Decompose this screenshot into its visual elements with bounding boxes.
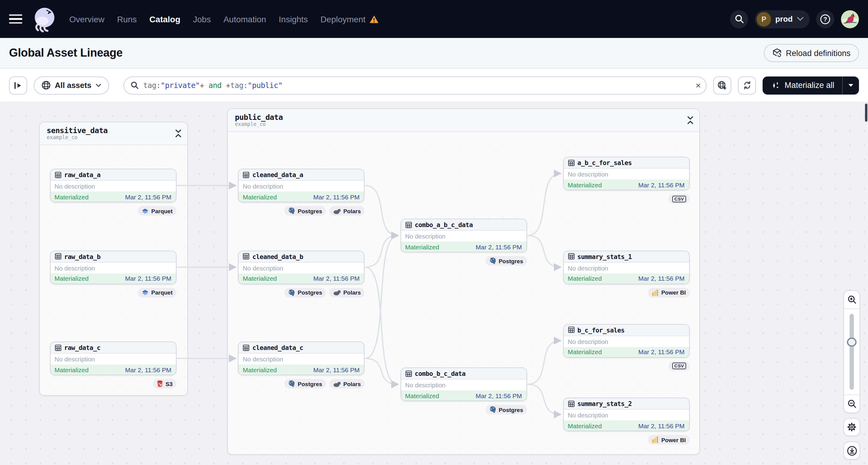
group-header[interactable]: sensitive_data example_co [39,122,187,145]
asset-node-header: combo_b_c_data [401,368,526,379]
asset-kind-badges: CSV [563,194,689,204]
asset-search-input[interactable]: tag:"private"+ and +tag:"public" × [123,76,707,94]
reload-definitions-label: Reload definitions [786,49,850,58]
asset-status-row: Materialized Mar 2, 11:56 PM [401,242,526,252]
asset-node-combo_a_b_c_data[interactable]: combo_a_b_c_data No description Material… [400,219,527,252]
nav-item-runs[interactable]: Runs [117,14,137,24]
clear-search-button[interactable]: × [695,79,701,91]
csv-icon: CSV [673,195,686,202]
asset-description: No description [239,353,364,364]
kind-badge-parquet[interactable]: Parquet [138,288,176,297]
zoom-out-button[interactable] [844,395,860,412]
materialized-timestamp[interactable]: Mar 2, 11:56 PM [125,366,172,373]
asset-description: No description [563,262,689,273]
download-image-button[interactable] [843,441,860,460]
asset-node-header: a_b_c_for_sales [563,157,689,169]
asset-scope-dropdown[interactable]: All assets [34,76,109,94]
zoom-slider-thumb[interactable] [847,338,857,347]
materialized-timestamp[interactable]: Mar 2, 11:56 PM [125,275,172,282]
workspace-avatar: P [756,12,771,26]
materialized-timestamp[interactable]: Mar 2, 11:56 PM [313,193,360,200]
svg-text:?: ? [824,16,827,22]
nav-item-deployment[interactable]: Deployment [320,14,379,24]
group-header[interactable]: public_data example_co [228,109,699,132]
zoom-slider[interactable] [844,309,860,395]
asset-node-cleaned_data_c[interactable]: cleaned_data_c No description Materializ… [238,342,365,375]
search-button[interactable] [730,10,748,28]
user-avatar-image [841,10,859,28]
kind-badge-csv[interactable]: CSV [669,361,689,371]
zoom-slider-track[interactable] [849,314,854,390]
help-button[interactable]: ? [816,10,834,28]
refresh-button[interactable] [738,76,756,94]
materialize-options-caret[interactable] [842,76,859,94]
asset-node-raw_data_c[interactable]: raw_data_c No description Materialized M… [50,342,176,375]
kind-badge-postgres[interactable]: Postgres [285,379,326,389]
deployment-warning-icon [369,15,379,23]
asset-scope-label: All assets [55,81,91,90]
kind-badge-label: Polars [343,208,361,214]
kind-badge-s3[interactable]: S3 [153,379,176,389]
dagster-logo[interactable] [31,5,58,33]
nav-item-insights[interactable]: Insights [279,14,308,24]
asset-node-cleaned_data_a[interactable]: cleaned_data_a No description Materializ… [238,169,365,203]
materialized-timestamp[interactable]: Mar 2, 11:56 PM [475,392,522,399]
asset-selection-query: tag:"private"+ and +tag:"public" [143,81,282,90]
kind-badge-postgres[interactable]: Postgres [285,288,326,297]
dagster-octopus-icon [31,5,58,33]
kind-badge-parquet[interactable]: Parquet [138,206,176,216]
materialized-timestamp[interactable]: Mar 2, 11:56 PM [638,422,685,429]
materialize-all-button[interactable]: Materialize all [763,76,859,94]
asset-node-raw_data_b[interactable]: raw_data_b No description Materialized M… [50,250,176,284]
kind-badge-csv[interactable]: CSV [669,194,689,204]
collapse-group-icon[interactable] [175,129,181,137]
new-catalog-view-button[interactable] [713,76,732,94]
asset-node-wrap-raw_data_c: raw_data_c No description Materialized M… [50,342,176,389]
materialized-timestamp[interactable]: Mar 2, 11:56 PM [313,275,360,282]
graph-settings-button[interactable] [843,418,860,436]
vertical-scrollbar-thumb[interactable] [865,103,867,122]
kind-badge-polars[interactable]: Polars [330,288,365,297]
asset-name: summary_stats_2 [577,400,632,407]
workspace-switcher[interactable]: P prod [755,10,810,28]
kind-badge-power-bi[interactable]: Power BI [648,435,689,444]
zoom-in-button[interactable] [844,291,860,309]
materialized-timestamp[interactable]: Mar 2, 11:56 PM [638,348,685,355]
table-asset-icon [568,159,575,166]
postgres-icon [288,207,296,214]
menu-icon[interactable] [9,14,22,24]
kind-badge-polars[interactable]: Polars [330,206,365,216]
user-avatar[interactable] [841,10,859,28]
asset-node-header: b_c_for_sales [563,324,689,336]
asset-node-summary_stats_1[interactable]: summary_stats_1 No description Materiali… [563,250,689,284]
asset-node-cleaned_data_b[interactable]: cleaned_data_b No description Materializ… [238,250,365,284]
asset-node-a_b_c_for_sales[interactable]: a_b_c_for_sales No description Materiali… [563,157,689,190]
nav-item-catalog[interactable]: Catalog [149,14,180,24]
kind-badge-postgres[interactable]: Postgres [486,405,527,414]
asset-node-b_c_for_sales[interactable]: b_c_for_sales No description Materialize… [563,324,689,358]
collapse-group-icon[interactable] [687,116,693,124]
materialized-timestamp[interactable]: Mar 2, 11:56 PM [638,181,685,188]
nav-item-automation[interactable]: Automation [223,14,266,24]
kind-badge-postgres[interactable]: Postgres [486,256,527,266]
asset-node-summary_stats_2[interactable]: summary_stats_2 No description Materiali… [563,398,689,431]
asset-status-row: Materialized Mar 2, 11:56 PM [563,347,689,357]
kind-badge-power-bi[interactable]: Power BI [648,288,689,297]
nav-item-jobs[interactable]: Jobs [193,14,211,24]
asset-node-combo_b_c_data[interactable]: combo_b_c_data No description Materializ… [400,367,527,401]
reload-definitions-button[interactable]: Reload definitions [764,44,859,62]
materialized-timestamp[interactable]: Mar 2, 11:56 PM [638,275,685,282]
asset-node-raw_data_a[interactable]: raw_data_a No description Materialized M… [50,169,176,203]
kind-badge-polars[interactable]: Polars [330,379,365,389]
collapse-group-button[interactable] [175,129,181,137]
materialize-all-main[interactable]: Materialize all [763,76,842,94]
kind-badge-postgres[interactable]: Postgres [285,206,326,216]
lineage-canvas[interactable]: sensitive_data example_co public_data ex… [0,102,868,465]
materialized-timestamp[interactable]: Mar 2, 11:56 PM [125,193,172,200]
collapse-group-button[interactable] [687,116,693,124]
asset-status-row: Materialized Mar 2, 11:56 PM [50,364,176,375]
materialized-timestamp[interactable]: Mar 2, 11:56 PM [475,243,522,250]
materialized-timestamp[interactable]: Mar 2, 11:56 PM [313,366,360,373]
nav-item-overview[interactable]: Overview [69,14,104,24]
open-asset-panel-button[interactable] [9,76,27,94]
